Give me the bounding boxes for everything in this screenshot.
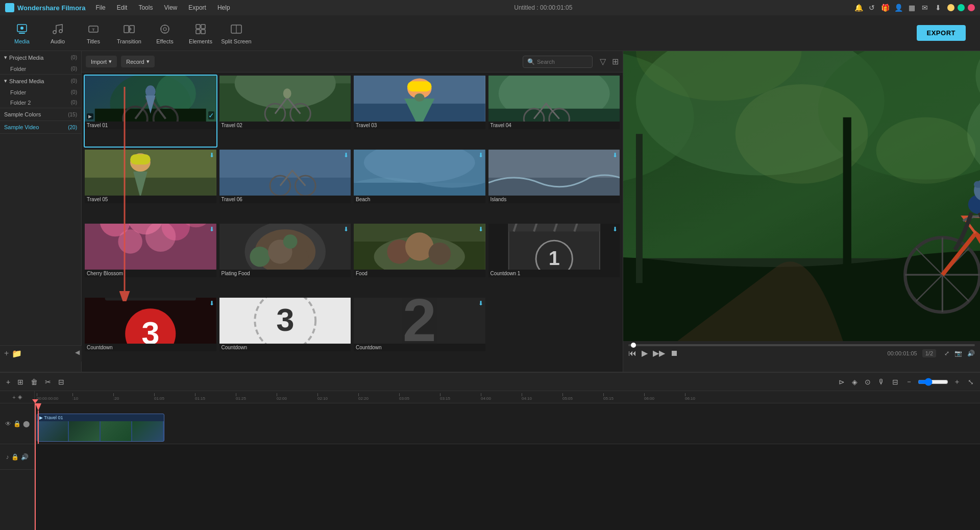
download-icon-travel06: ⬇ xyxy=(344,152,349,159)
timeline-zoom-in-button[interactable]: ＋ xyxy=(951,375,963,389)
svg-point-4 xyxy=(59,30,62,33)
media-thumb-travel03 xyxy=(354,76,485,122)
maximize-button[interactable] xyxy=(958,4,965,11)
preview-play-forward-button[interactable]: ▶▶ xyxy=(653,348,665,358)
timeline-tracks-right: 00:00:00:00 :10 :20 01:05 xyxy=(35,391,980,530)
media-item-countdown-white[interactable]: 3 Countdown xyxy=(218,297,352,370)
timeline-split-button[interactable]: ⊟ xyxy=(56,376,66,388)
menu-help[interactable]: Help xyxy=(215,3,232,12)
timeline-record-button[interactable]: ⊙ xyxy=(863,376,873,388)
sample-colors-header[interactable]: Sample Colors (15) xyxy=(0,108,81,121)
filter-icon[interactable]: ▽ xyxy=(600,57,606,66)
media-item-food[interactable]: ⬇ Food xyxy=(353,223,486,296)
timeline-cut-button[interactable]: ✂ xyxy=(43,376,53,388)
import-button[interactable]: Import ▾ xyxy=(86,56,117,67)
tool-media[interactable]: Media xyxy=(4,18,40,49)
timeline-ruler[interactable]: 00:00:00:00 :10 :20 01:05 xyxy=(35,391,980,403)
media-item-travel06[interactable]: ⬇ Travel 06 xyxy=(218,149,352,222)
collapse-panel-icon[interactable]: ◀ xyxy=(75,349,80,356)
shared-media-folder[interactable]: Folder (0) xyxy=(0,87,81,98)
minimize-button[interactable] xyxy=(947,4,954,11)
audio-track-icon-button[interactable]: ♪ xyxy=(6,453,9,461)
video-track-color-button[interactable]: ⬤ xyxy=(23,420,30,427)
project-media-section: ▾ Project Media (0) Folder (0) xyxy=(0,51,81,75)
media-label-travel06: Travel 06 xyxy=(219,196,351,203)
preview-volume-button[interactable]: 🔊 xyxy=(967,350,975,357)
timeline-zoom-slider[interactable] xyxy=(918,378,948,386)
menu-file[interactable]: File xyxy=(93,3,107,12)
user-icon[interactable]: 👤 xyxy=(894,4,902,12)
media-item-islands[interactable]: ⬇ Islands xyxy=(487,149,621,222)
video-clip-travel01[interactable]: ▶ Travel 01 xyxy=(37,414,164,442)
clip-thumb-2 xyxy=(69,421,100,441)
media-item-cherry[interactable]: ⬇ Cherry Blossom xyxy=(84,223,217,296)
timeline-nav-marker-button[interactable]: ◈ xyxy=(18,394,22,400)
sample-video-count: (20) xyxy=(68,125,77,130)
menu-edit[interactable]: Edit xyxy=(115,3,130,12)
tool-elements[interactable]: Elements xyxy=(183,18,218,49)
media-item-beach[interactable]: ⬇ Beach xyxy=(353,149,486,222)
menu-export[interactable]: Export xyxy=(186,3,208,12)
video-track-lock-button[interactable]: 🔒 xyxy=(13,420,21,427)
download-icon[interactable]: ⬇ xyxy=(934,4,942,12)
media-item-countdown-red[interactable]: 3 ⬇ Countdown xyxy=(84,297,217,370)
tool-effects[interactable]: Effects xyxy=(147,18,183,49)
menu-tools[interactable]: Tools xyxy=(136,3,155,12)
preview-quality-selector[interactable]: 1/2 xyxy=(922,349,936,357)
timeline-nav-left-button[interactable]: + xyxy=(12,394,15,400)
update-icon[interactable]: ↺ xyxy=(868,4,876,12)
close-button[interactable] xyxy=(968,4,975,11)
grid-view-icon[interactable]: ⊞ xyxy=(612,57,619,66)
preview-screenshot-button[interactable]: 📷 xyxy=(954,350,962,357)
timeline-delete-button[interactable]: 🗑 xyxy=(29,376,40,388)
grid-icon[interactable]: ▦ xyxy=(908,4,916,12)
shared-media-header[interactable]: ▾ Shared Media (0) xyxy=(0,75,81,87)
tool-titles[interactable]: T Titles xyxy=(76,18,111,49)
preview-play-button[interactable]: ▶ xyxy=(642,348,648,358)
timeline-add-track-button[interactable]: + xyxy=(4,376,12,388)
audio-track-volume-button[interactable]: 🔊 xyxy=(21,453,29,461)
sample-video-header[interactable]: Sample Video (20) xyxy=(0,121,81,133)
timeline-ripple-button[interactable]: ⊳ xyxy=(837,376,847,388)
preview-skip-back-button[interactable]: ⏮ xyxy=(628,349,636,358)
svg-point-10 xyxy=(163,28,166,31)
media-item-travel03[interactable]: Travel 03 xyxy=(353,75,486,148)
search-input[interactable] xyxy=(537,59,588,65)
video-track-eye-button[interactable]: 👁 xyxy=(5,420,11,427)
shared-media-folder2[interactable]: Folder 2 (0) xyxy=(0,98,81,108)
preview-fullscreen-button[interactable]: ⤢ xyxy=(944,350,949,357)
menu-view[interactable]: View xyxy=(162,3,179,12)
media-item-travel01[interactable]: ✓ ▶ Travel 01 xyxy=(84,75,217,148)
media-item-countdown1[interactable]: 1 ⬇ Countdown 1 xyxy=(487,223,621,296)
timeline-zoom-out-button[interactable]: － xyxy=(903,375,915,389)
media-label-plating: Plating Food xyxy=(219,270,351,277)
media-thumb-travel04 xyxy=(488,76,620,122)
notification-icon[interactable]: 🔔 xyxy=(854,4,863,12)
tool-splitscreen[interactable]: Split Screen xyxy=(218,18,254,49)
media-item-travel05[interactable]: ⬇ Travel 05 xyxy=(84,149,217,222)
project-media-folder[interactable]: Folder (0) xyxy=(0,64,81,74)
record-label: Record xyxy=(126,59,144,65)
add-folder-icon[interactable]: 📁 xyxy=(12,349,22,358)
timeline-voiceover-button[interactable]: 🎙 xyxy=(876,376,887,388)
tool-transition[interactable]: Transition xyxy=(111,18,147,49)
record-button[interactable]: Record ▾ xyxy=(121,56,154,67)
export-button[interactable]: EXPORT xyxy=(917,25,966,41)
preview-timeline-bar[interactable] xyxy=(628,344,975,346)
media-item-countdown-dark2[interactable]: 2 ⬇ Countdown xyxy=(353,297,486,370)
tool-audio[interactable]: Audio xyxy=(40,18,76,49)
add-media-icon[interactable]: + xyxy=(4,349,9,358)
gift-icon[interactable]: 🎁 xyxy=(881,4,889,12)
media-item-plating[interactable]: ⬇ Plating Food xyxy=(218,223,352,296)
media-item-travel04[interactable]: Travel 04 xyxy=(487,75,621,148)
timeline-marker-button[interactable]: ◈ xyxy=(850,376,860,388)
preview-stop-button[interactable]: ⏹ xyxy=(670,349,678,358)
timeline-fit-button[interactable]: ⤡ xyxy=(966,376,976,388)
timeline-split2-button[interactable]: ⊟ xyxy=(890,376,900,388)
media-item-travel02[interactable]: Travel 02 xyxy=(218,75,352,148)
mail-icon[interactable]: ✉ xyxy=(921,4,929,12)
timeline-snap-button[interactable]: ⊞ xyxy=(15,376,26,388)
audio-track-lock-button[interactable]: 🔒 xyxy=(11,453,19,461)
project-media-header[interactable]: ▾ Project Media (0) xyxy=(0,51,81,64)
media-label-travel02: Travel 02 xyxy=(219,122,351,129)
